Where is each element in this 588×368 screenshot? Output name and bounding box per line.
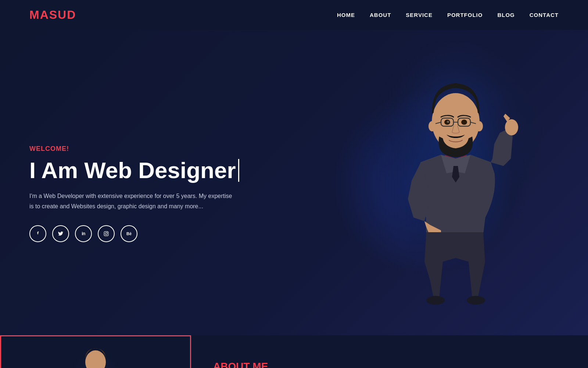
nav-link-home[interactable]: HOME [337,12,355,18]
social-icons: in Bē [29,225,239,242]
about-text-area: ABOUT ME [191,335,588,368]
social-twitter-button[interactable] [52,225,69,242]
welcome-prefix: WELCOME [29,145,67,152]
hero-title: I Am Web Designer [29,158,239,183]
instagram-icon [104,231,109,236]
svg-rect-0 [104,231,108,236]
nav-links: HOME ABOUT SERVICE PORTFOLIO BLOG CONTAC… [337,12,559,18]
hero-description: I'm a Web Developer with extensive exper… [29,191,235,211]
nav-item-blog[interactable]: BLOG [497,12,514,18]
about-me-label: ABOUT ME [213,361,268,368]
nav-item-about[interactable]: ABOUT [370,12,391,18]
welcome-suffix: ! [67,145,69,152]
social-behance-button[interactable]: Bē [121,225,137,242]
svg-point-2 [107,232,108,233]
about-label-prefix: ABOUT [213,361,252,368]
svg-point-1 [105,233,107,235]
about-section-peek: ABOUT ME [0,335,588,368]
welcome-text: WELCOME! [29,145,239,153]
nav-link-blog[interactable]: BLOG [497,12,514,18]
person-svg [368,41,544,335]
nav-link-portfolio[interactable]: PORTFOLIO [447,12,483,18]
hero-content: WELCOME! I Am Web Designer I'm a Web Dev… [29,145,239,242]
facebook-icon [35,231,40,236]
social-instagram-button[interactable] [98,225,115,242]
svg-point-14 [461,120,467,125]
navbar: MASUD HOME ABOUT SERVICE PORTFOLIO BLOG … [0,0,588,30]
svg-point-15 [447,121,449,123]
nav-link-contact[interactable]: CONTACT [530,12,559,18]
nav-item-home[interactable]: HOME [337,12,355,18]
nav-item-portfolio[interactable]: PORTFOLIO [447,12,483,18]
cursor-icon [238,159,239,182]
svg-point-17 [476,121,483,131]
hero-section: WELCOME! I Am Web Designer I'm a Web Dev… [0,30,588,335]
nav-link-service[interactable]: SERVICE [406,12,433,18]
svg-point-16 [429,121,436,131]
social-linkedin-button[interactable]: in [75,225,92,242]
twitter-icon [58,231,63,236]
brand-logo[interactable]: MASUD [29,8,76,22]
social-facebook-button[interactable] [29,225,46,242]
hero-person-image [353,41,559,335]
about-image-box [0,335,191,368]
nav-item-contact[interactable]: CONTACT [530,12,559,18]
about-label-suffix: ME [252,361,268,368]
nav-item-service[interactable]: SERVICE [406,12,433,18]
svg-point-18 [426,296,445,305]
svg-point-5 [505,119,518,135]
about-avatar-svg [59,337,132,368]
svg-point-19 [467,296,485,305]
nav-link-about[interactable]: ABOUT [370,12,391,18]
